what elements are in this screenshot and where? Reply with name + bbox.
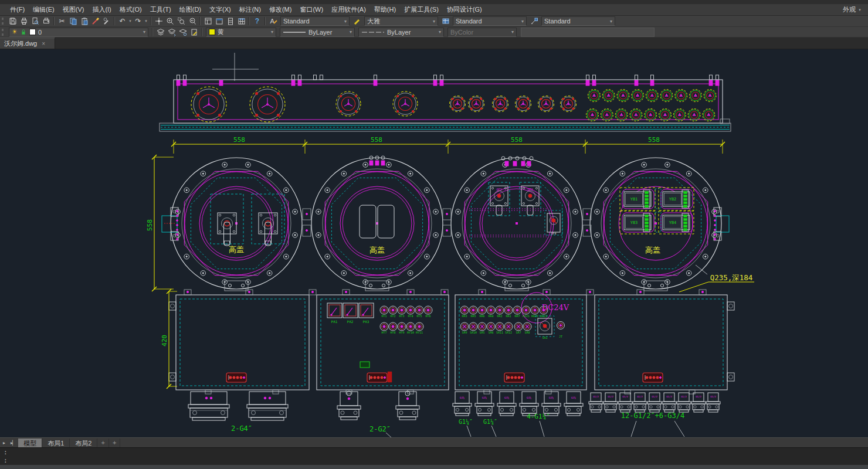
document-tabbar: 沃尔姆.dwg ×: [0, 38, 868, 49]
svg-text:SA9: SA9: [462, 331, 467, 334]
copy-button[interactable]: [67, 16, 79, 26]
appearance-menu[interactable]: 外观 ▾: [843, 5, 862, 14]
svg-text:SA10: SA10: [470, 331, 477, 334]
menu-item[interactable]: 标注(N): [235, 4, 265, 15]
layer-properties-button[interactable]: [155, 27, 166, 37]
toolbar-grip[interactable]: [2, 18, 5, 25]
mleader-style-icon: [530, 17, 538, 25]
color-combo[interactable]: 黄 ▾: [206, 28, 276, 37]
paste-button[interactable]: [79, 16, 90, 26]
properties-icon: [204, 17, 212, 25]
toolbar-grip[interactable]: [2, 29, 5, 36]
standard-toolbar: ✂ ↶ ▾ ↷ ▾ ? A Standard▾ 大雅▾ Standard▾ St…: [0, 16, 868, 27]
menu-item[interactable]: 扩展工具(S): [400, 4, 443, 15]
tab-model[interactable]: 模型: [18, 439, 42, 447]
plot-button[interactable]: [40, 16, 52, 26]
command-line[interactable]: : :: [0, 447, 868, 465]
chevron-down-icon: ▾: [347, 29, 352, 35]
print-preview-button[interactable]: [29, 16, 40, 26]
print-preview-icon: [31, 17, 39, 25]
dim-style-button[interactable]: [351, 16, 362, 26]
table-style-combo[interactable]: Standard▾: [453, 16, 527, 26]
zoom-realtime-button[interactable]: [164, 16, 175, 26]
document-tab[interactable]: 沃尔姆.dwg ×: [0, 38, 55, 49]
layers-icon: [157, 28, 165, 36]
menu-item[interactable]: 格式(O): [116, 4, 146, 15]
design-center-button[interactable]: [213, 16, 225, 26]
plot-style-value: ByColor: [450, 29, 473, 36]
menu-item[interactable]: 应用软件(A): [327, 4, 370, 15]
match-settings-button[interactable]: [101, 16, 112, 26]
last-layout-button[interactable]: ▸▏: [8, 440, 18, 446]
pan-button[interactable]: [153, 16, 164, 26]
layer-states-icon: [168, 28, 176, 36]
menu-item[interactable]: 协同设计(G): [443, 4, 486, 15]
new-layout-button[interactable]: +: [97, 439, 108, 447]
first-layout-button[interactable]: ▸: [0, 440, 8, 446]
layer-unlock-icon: [20, 28, 27, 36]
tab-layout1[interactable]: 布局1: [42, 439, 70, 447]
text-style-value: Standard: [283, 18, 310, 25]
layer-states-button[interactable]: [166, 27, 177, 37]
mleader-style-combo[interactable]: Standard▾: [541, 16, 615, 26]
cut-button[interactable]: ✂: [56, 16, 67, 26]
redo-button[interactable]: ↷: [133, 16, 144, 26]
mleader-style-button[interactable]: [528, 16, 540, 26]
toolbar-separator: [249, 17, 250, 25]
color-name: 黄: [218, 28, 224, 36]
menu-item[interactable]: 编辑(E): [29, 4, 59, 15]
match-properties-button[interactable]: [90, 16, 101, 26]
lineweight-combo[interactable]: ByLayer ▾: [280, 28, 355, 37]
menu-item[interactable]: 帮助(H): [370, 4, 400, 15]
drawing-labels: 558 558 558 558 558 420 高盖 高盖 高盖 QF2 QF3…: [146, 136, 752, 433]
menu-item[interactable]: 插入(I): [88, 4, 115, 15]
table-style-button[interactable]: [440, 16, 451, 26]
svg-text:HY10: HY10: [407, 331, 414, 334]
design-center-icon: [215, 17, 223, 25]
toolbar-separator: [265, 17, 266, 25]
chevron-down-icon: ▾: [342, 19, 347, 24]
gland-label-g114b: G1¼″: [483, 419, 497, 425]
yb3-label: YB3: [630, 220, 638, 225]
lineweight-sample-icon: [283, 28, 306, 36]
svg-text:SA7: SA7: [516, 331, 521, 334]
close-icon[interactable]: ×: [42, 40, 45, 47]
help-button[interactable]: ?: [252, 16, 263, 26]
print-button[interactable]: [18, 16, 29, 26]
gland-label-2g4: 2-G4″: [231, 424, 252, 433]
redo-dropdown[interactable]: ▾: [144, 19, 148, 23]
layer-combo[interactable]: ☀ 0 ▾: [9, 28, 148, 37]
layer-isolate-button[interactable]: [177, 27, 188, 37]
svg-text:SA11: SA11: [496, 331, 503, 334]
save-button[interactable]: [7, 16, 18, 26]
text-style-combo[interactable]: Standard▾: [280, 16, 350, 26]
new-layout-from-template-button[interactable]: +: [109, 439, 120, 447]
table-button[interactable]: [236, 16, 247, 26]
text-style-button[interactable]: A: [267, 16, 279, 26]
menu-item[interactable]: 件(F): [6, 4, 29, 15]
tool-palette-button[interactable]: [225, 16, 236, 26]
menu-item[interactable]: 文字(X): [205, 4, 235, 15]
tab-layout2[interactable]: 布局2: [70, 439, 97, 447]
dim-style-combo[interactable]: 大雅▾: [364, 16, 438, 26]
properties-palette-button[interactable]: [202, 16, 213, 26]
menu-item[interactable]: 窗口(W): [296, 4, 327, 15]
menu-item[interactable]: 视图(V): [59, 4, 89, 15]
zoom-previous-button[interactable]: [187, 16, 198, 26]
linetype-combo[interactable]: ByLayer ▾: [358, 28, 444, 37]
menu-item[interactable]: 工具(T): [146, 4, 175, 15]
dim-box-height: 420: [161, 335, 168, 346]
menu-item[interactable]: 修改(M): [265, 4, 296, 15]
linetype-sample-icon: [361, 28, 385, 36]
undo-button[interactable]: ↶: [117, 16, 128, 26]
cover-label-1: 高盖: [229, 245, 244, 254]
drawing-canvas[interactable]: HY1HY2HY3HY4HY5HY6HY7HY8HY9HY10HY11HA3HA…: [0, 49, 868, 437]
menu-item[interactable]: 绘图(D): [175, 4, 205, 15]
zoom-window-button[interactable]: [175, 16, 187, 26]
undo-dropdown[interactable]: ▾: [128, 19, 133, 23]
dc24v-label: DC24V: [542, 303, 569, 312]
junction-boxes-view: HY1HY2HY3HY4HY5HY6HY7HY8HY9HY10HY11HA3HA…: [169, 290, 734, 394]
layer-isolate-icon: [179, 28, 187, 36]
layer-previous-button[interactable]: [188, 27, 199, 37]
chevron-down-icon: ▾: [430, 19, 435, 24]
